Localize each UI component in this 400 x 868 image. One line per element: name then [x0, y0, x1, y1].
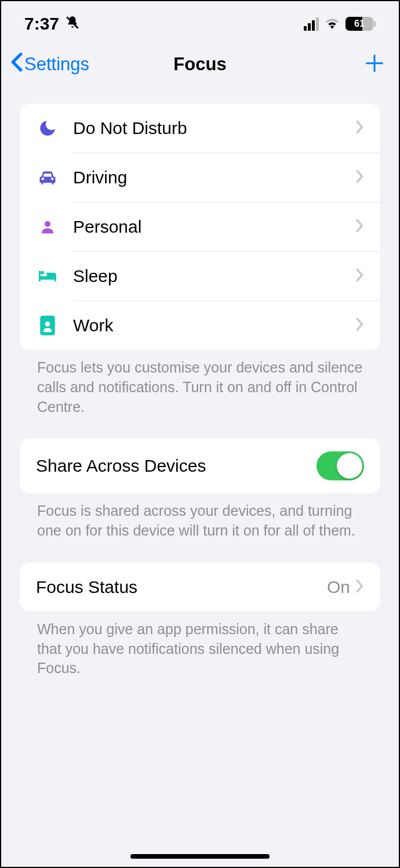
focus-modes-list: Do Not Disturb Driving Personal Sleep: [20, 104, 380, 350]
status-description: When you give an app permission, it can …: [20, 612, 380, 686]
chevron-right-icon: [356, 170, 364, 185]
focus-item-label: Driving: [73, 168, 356, 187]
focus-item-dnd[interactable]: Do Not Disturb: [20, 104, 380, 153]
nav-bar: Settings Focus: [1, 42, 399, 90]
silent-icon: [65, 15, 80, 32]
status-group: Focus Status On: [20, 563, 380, 612]
chevron-right-icon: [356, 269, 364, 284]
chevron-right-icon: [356, 219, 364, 234]
chevron-right-icon: [356, 121, 364, 136]
moon-icon: [36, 117, 59, 140]
back-button[interactable]: Settings: [10, 51, 89, 77]
status-bar: 7:37 61: [1, 1, 399, 42]
focus-item-label: Do Not Disturb: [73, 118, 356, 138]
share-across-devices-row: Share Across Devices: [20, 439, 380, 493]
status-time: 7:37: [24, 14, 59, 34]
bed-icon: [36, 265, 59, 288]
focus-item-personal[interactable]: Personal: [20, 202, 380, 251]
page-title: Focus: [173, 54, 226, 75]
focus-item-label: Work: [73, 316, 356, 335]
car-icon: [36, 166, 59, 189]
share-description: Focus is shared across your devices, and…: [20, 493, 380, 549]
share-label: Share Across Devices: [36, 456, 317, 476]
focus-item-work[interactable]: Work: [20, 301, 380, 350]
focus-item-driving[interactable]: Driving: [20, 153, 380, 202]
focus-item-sleep[interactable]: Sleep: [20, 252, 380, 301]
badge-icon: [36, 314, 59, 337]
chevron-right-icon: [356, 580, 364, 595]
status-value: On: [327, 577, 350, 597]
home-indicator[interactable]: [130, 854, 270, 859]
add-button[interactable]: [364, 53, 385, 76]
chevron-left-icon: [10, 51, 23, 77]
focus-item-label: Personal: [73, 217, 356, 237]
focus-status-row[interactable]: Focus Status On: [20, 563, 380, 612]
cellular-signal-icon: [304, 17, 319, 31]
share-toggle[interactable]: [317, 451, 364, 480]
share-group: Share Across Devices: [20, 439, 380, 493]
svg-point-3: [45, 321, 50, 327]
battery-icon: 61: [346, 17, 376, 31]
focus-description: Focus lets you customise your devices an…: [20, 350, 380, 425]
plus-icon: [364, 53, 385, 74]
status-label: Focus Status: [36, 577, 327, 597]
chevron-right-icon: [356, 318, 364, 333]
back-label: Settings: [24, 54, 89, 75]
svg-point-1: [45, 221, 50, 227]
wifi-icon: [325, 16, 340, 31]
person-icon: [36, 215, 59, 238]
focus-item-label: Sleep: [73, 266, 356, 286]
